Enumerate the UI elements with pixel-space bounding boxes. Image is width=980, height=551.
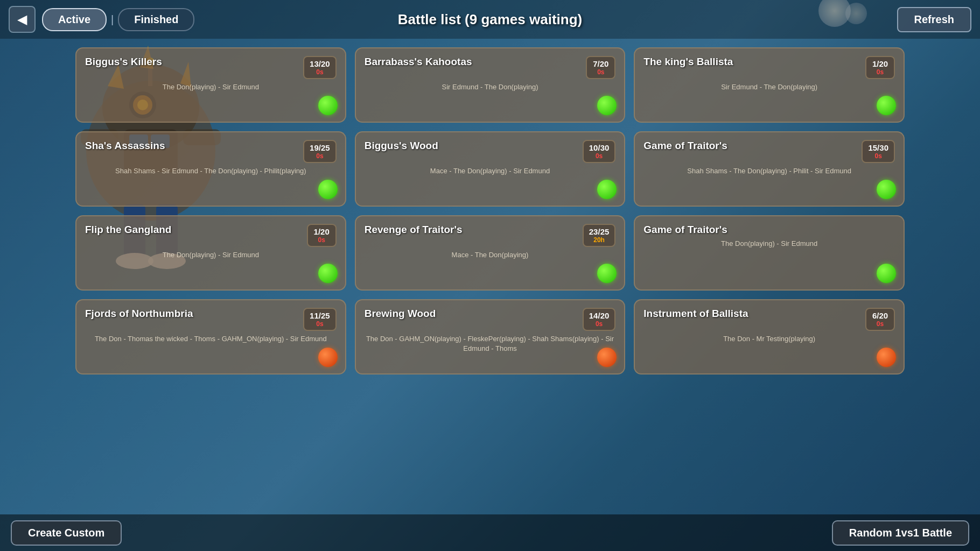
card-header-10: Fjords of Northumbria 11/25 0s: [85, 308, 337, 331]
page-title: Battle list (9 games waiting): [398, 11, 582, 28]
score-badge-4: 19/25 0s: [303, 140, 337, 163]
score-badge-12: 6/20 0s: [865, 308, 895, 331]
score-badge-3: 1/20 0s: [865, 56, 895, 79]
card-players-8: Mace - The Don(playing): [365, 250, 616, 260]
status-indicator-7: [318, 264, 338, 283]
top-left-group: ◀ Active | Finished: [9, 6, 194, 33]
battle-card-5[interactable]: Biggus's Wood 10/30 0s Mace - The Don(pl…: [355, 131, 626, 207]
tab-divider: |: [109, 13, 116, 26]
card-players-10: The Don - Thomas the wicked - Thoms - GA…: [85, 334, 337, 344]
score-timer-5: 0s: [589, 152, 610, 160]
battle-card-12[interactable]: Instrument of Ballista 6/20 0s The Don -…: [634, 299, 905, 375]
card-title-12: Instrument of Ballista: [643, 308, 865, 320]
battle-card-3[interactable]: The king's Ballista 1/20 0s Sir Edmund -…: [634, 47, 905, 123]
status-indicator-11: [597, 348, 617, 367]
card-title-10: Fjords of Northumbria: [85, 308, 303, 320]
battle-card-10[interactable]: Fjords of Northumbria 11/25 0s The Don -…: [75, 299, 346, 375]
status-indicator-1: [318, 96, 338, 115]
status-indicator-2: [597, 96, 617, 115]
card-title-9: Game of Traitor's: [643, 224, 895, 236]
card-players-3: Sir Edmund - The Don(playing): [643, 82, 895, 92]
score-timer-7: 0s: [313, 236, 330, 244]
card-title-2: Barrabass's Kahootas: [365, 56, 586, 68]
card-title-3: The king's Ballista: [643, 56, 865, 68]
top-bar: ◀ Active | Finished Battle list (9 games…: [0, 0, 980, 39]
card-title-4: Sha's Assassins: [85, 140, 303, 152]
card-header-5: Biggus's Wood 10/30 0s: [365, 140, 616, 163]
battle-card-7[interactable]: Flip the Gangland 1/20 0s The Don(playin…: [75, 215, 346, 291]
card-players-1: The Don(playing) - Sir Edmund: [85, 82, 337, 92]
card-players-11: The Don - GAHM_ON(playing) - FleskePer(p…: [365, 334, 616, 354]
score-text-5: 10/30: [589, 143, 610, 152]
card-players-6: Shah Shams - The Don(playing) - Philit -…: [643, 166, 895, 176]
status-indicator-12: [877, 348, 896, 367]
random-battle-button[interactable]: Random 1vs1 Battle: [832, 520, 969, 546]
status-indicator-10: [318, 348, 338, 367]
tab-finished[interactable]: Finished: [118, 8, 194, 31]
card-players-4: Shah Shams - Sir Edmund - The Don(playin…: [85, 166, 337, 176]
battle-card-11[interactable]: Brewing Wood 14/20 0s The Don - GAHM_ON(…: [355, 299, 626, 375]
battle-card-8[interactable]: Revenge of Traitor's 23/25 20h Mace - Th…: [355, 215, 626, 291]
card-title-5: Biggus's Wood: [365, 140, 583, 152]
score-badge-1: 13/20 0s: [303, 56, 337, 79]
battle-card-1[interactable]: Biggus's Killers 13/20 0s The Don(playin…: [75, 47, 346, 123]
score-badge-7: 1/20 0s: [307, 224, 337, 247]
card-players-2: Sir Edmund - The Don(playing): [365, 82, 616, 92]
score-badge-10: 11/25 0s: [303, 308, 337, 331]
score-timer-8: 20h: [589, 236, 610, 244]
card-title-1: Biggus's Killers: [85, 56, 303, 68]
card-title-6: Game of Traitor's: [643, 140, 862, 152]
card-header-4: Sha's Assassins 19/25 0s: [85, 140, 337, 163]
score-timer-2: 0s: [592, 68, 609, 76]
create-custom-button[interactable]: Create Custom: [11, 520, 122, 546]
score-text-11: 14/20: [589, 311, 610, 320]
card-header-11: Brewing Wood 14/20 0s: [365, 308, 616, 331]
status-indicator-4: [318, 180, 338, 199]
card-header-12: Instrument of Ballista 6/20 0s: [643, 308, 895, 331]
card-header-8: Revenge of Traitor's 23/25 20h: [365, 224, 616, 247]
card-header-9: Game of Traitor's: [643, 224, 895, 236]
score-badge-8: 23/25 20h: [583, 224, 616, 247]
status-indicator-3: [877, 96, 896, 115]
card-header-2: Barrabass's Kahootas 7/20 0s: [365, 56, 616, 79]
card-players-5: Mace - The Don(playing) - Sir Edmund: [365, 166, 616, 176]
bottom-bar: Create Custom Random 1vs1 Battle: [0, 514, 980, 551]
battle-card-2[interactable]: Barrabass's Kahootas 7/20 0s Sir Edmund …: [355, 47, 626, 123]
score-text-2: 7/20: [592, 59, 609, 68]
refresh-button[interactable]: Refresh: [897, 7, 971, 32]
battle-grid: Biggus's Killers 13/20 0s The Don(playin…: [0, 39, 980, 418]
score-text-10: 11/25: [310, 311, 330, 320]
battle-card-4[interactable]: Sha's Assassins 19/25 0s Shah Shams - Si…: [75, 131, 346, 207]
card-players-12: The Don - Mr Testing(playing): [643, 334, 895, 344]
score-badge-2: 7/20 0s: [586, 56, 615, 79]
score-timer-1: 0s: [310, 68, 330, 76]
score-text-6: 15/30: [868, 143, 888, 152]
card-title-7: Flip the Gangland: [85, 224, 307, 236]
back-button[interactable]: ◀: [9, 6, 36, 33]
score-timer-3: 0s: [872, 68, 888, 76]
score-timer-12: 0s: [872, 320, 888, 328]
battle-card-6[interactable]: Game of Traitor's 15/30 0s Shah Shams - …: [634, 131, 905, 207]
card-players-7: The Don(playing) - Sir Edmund: [85, 250, 337, 260]
card-header-6: Game of Traitor's 15/30 0s: [643, 140, 895, 163]
score-text-4: 19/25: [310, 143, 330, 152]
score-text-7: 1/20: [313, 227, 330, 236]
tab-group: Active | Finished: [42, 8, 194, 31]
score-badge-11: 14/20 0s: [583, 308, 616, 331]
status-indicator-6: [877, 180, 896, 199]
score-text-8: 23/25: [589, 227, 610, 236]
score-timer-6: 0s: [868, 152, 888, 160]
card-players-9: The Don(playing) - Sir Edmund: [643, 239, 895, 249]
status-indicator-9: [877, 264, 896, 283]
card-header-7: Flip the Gangland 1/20 0s: [85, 224, 337, 247]
tab-active[interactable]: Active: [42, 8, 107, 31]
score-text-1: 13/20: [310, 59, 330, 68]
score-badge-5: 10/30 0s: [583, 140, 616, 163]
card-header-3: The king's Ballista 1/20 0s: [643, 56, 895, 79]
card-header-1: Biggus's Killers 13/20 0s: [85, 56, 337, 79]
score-text-12: 6/20: [872, 311, 888, 320]
score-badge-6: 15/30 0s: [862, 140, 895, 163]
score-timer-11: 0s: [589, 320, 610, 328]
battle-card-9[interactable]: Game of Traitor's The Don(playing) - Sir…: [634, 215, 905, 291]
score-timer-4: 0s: [310, 152, 330, 160]
